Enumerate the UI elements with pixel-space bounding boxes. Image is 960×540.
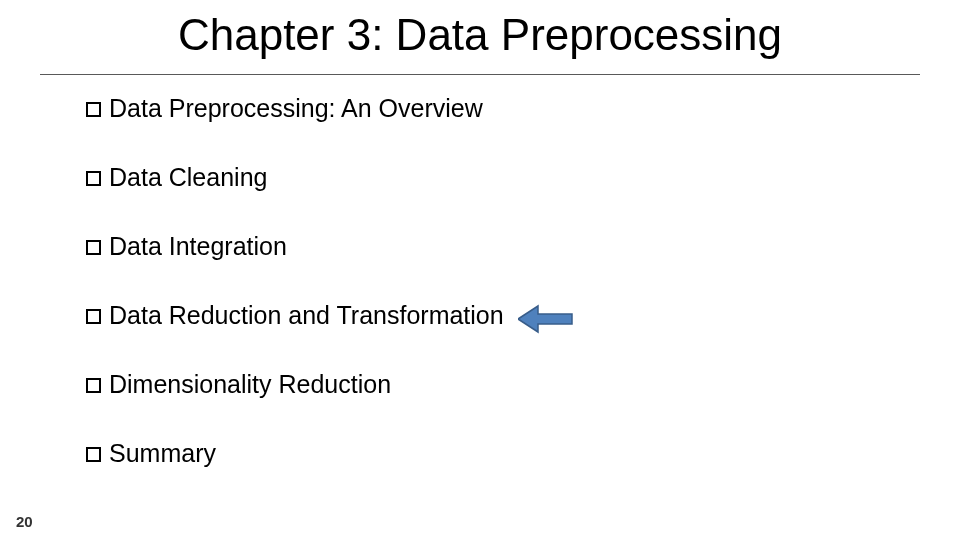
square-bullet-icon xyxy=(86,447,101,462)
list-item-label: Data Integration xyxy=(109,232,287,261)
slide: Chapter 3: Data Preprocessing Data Prepr… xyxy=(0,0,960,540)
list-item-label: Data Preprocessing: An Overview xyxy=(109,94,483,123)
list-item-label: Data Cleaning xyxy=(109,163,267,192)
list-item: Data Reduction and Transformation xyxy=(86,301,504,330)
list-item: Summary xyxy=(86,439,504,468)
arrow-shape xyxy=(518,306,572,332)
title-underline xyxy=(40,74,920,75)
list-item: Dimensionality Reduction xyxy=(86,370,504,399)
list-item: Data Preprocessing: An Overview xyxy=(86,94,504,123)
square-bullet-icon xyxy=(86,309,101,324)
list-item: Data Integration xyxy=(86,232,504,261)
slide-title: Chapter 3: Data Preprocessing xyxy=(0,10,960,60)
square-bullet-icon xyxy=(86,171,101,186)
square-bullet-icon xyxy=(86,102,101,117)
square-bullet-icon xyxy=(86,240,101,255)
left-arrow-icon xyxy=(518,304,574,334)
page-number: 20 xyxy=(16,513,33,530)
list-item: Data Cleaning xyxy=(86,163,504,192)
list-item-label: Summary xyxy=(109,439,216,468)
square-bullet-icon xyxy=(86,378,101,393)
bullet-list: Data Preprocessing: An Overview Data Cle… xyxy=(86,94,504,468)
list-item-label: Dimensionality Reduction xyxy=(109,370,391,399)
list-item-label: Data Reduction and Transformation xyxy=(109,301,504,330)
